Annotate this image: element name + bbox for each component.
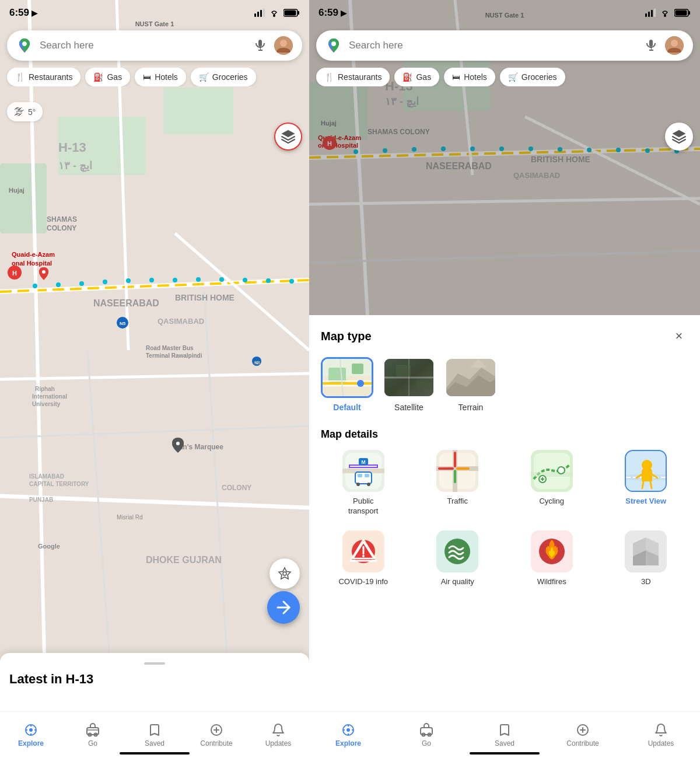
svg-text:Misrial Rd: Misrial Rd <box>117 514 142 521</box>
layers-button-right[interactable] <box>665 123 693 151</box>
svg-text:PUNJAB: PUNJAB <box>29 497 53 503</box>
svg-point-155 <box>367 483 370 486</box>
saved-label: Saved <box>145 739 164 747</box>
svg-text:COLONY: COLONY <box>47 224 76 232</box>
3d-thumb <box>625 530 667 572</box>
nav-contribute-right[interactable]: Contribute <box>544 723 622 747</box>
map-type-default[interactable]: Default <box>321 357 373 412</box>
covid-thumb-svg <box>342 530 384 572</box>
cycling-label: Cycling <box>539 497 564 507</box>
map-type-terrain[interactable]: Terrain <box>444 357 497 412</box>
svg-point-129 <box>671 40 678 47</box>
map-type-default-label: Default <box>333 403 360 412</box>
svg-text:H: H <box>12 270 17 277</box>
svg-text:QASIMABAD: QASIMABAD <box>158 317 204 326</box>
svg-line-178 <box>650 481 652 488</box>
nav-contribute-left[interactable]: Contribute <box>186 723 247 747</box>
svg-point-22 <box>219 277 224 282</box>
detail-wildfires[interactable]: Wildfires <box>509 530 594 587</box>
transport-label: Publictransport <box>348 497 378 516</box>
wifi-icon <box>268 9 280 17</box>
close-button[interactable]: × <box>670 327 688 345</box>
svg-point-138 <box>357 380 364 387</box>
3d-thumb-svg <box>625 530 667 572</box>
restaurants-icon: 🍴 <box>15 72 25 82</box>
svg-rect-153 <box>365 474 369 477</box>
nav-updates-left[interactable]: Updates <box>247 723 309 747</box>
nav-go-left[interactable]: Go <box>62 723 124 747</box>
svg-point-170 <box>558 467 565 474</box>
right-pill-hotels[interactable]: 🛏 Hotels <box>444 68 495 86</box>
pill-hotels[interactable]: 🛏 Hotels <box>135 68 186 86</box>
contribute-icon <box>209 723 223 737</box>
right-google-maps-logo <box>326 37 342 54</box>
detail-streetview[interactable]: Street View <box>604 450 689 516</box>
directions-fab[interactable] <box>267 591 300 624</box>
svg-rect-125 <box>676 11 687 16</box>
streetview-thumb-svg <box>626 451 667 492</box>
detail-traffic[interactable]: Traffic <box>415 450 501 516</box>
category-pills-left: 🍴 Restaurants ⛽ Gas 🛏 Hotels 🛒 Groceries <box>0 68 309 86</box>
streetview-thumb <box>625 450 667 492</box>
microphone-icon-right[interactable] <box>644 39 658 53</box>
pill-groceries[interactable]: 🛒 Groceries <box>191 68 256 86</box>
search-bar-right[interactable]: Search here <box>316 30 693 61</box>
svg-rect-119 <box>645 13 647 17</box>
navigation-fab[interactable] <box>270 558 300 589</box>
svg-point-154 <box>356 483 360 486</box>
right-status-bar: 6:59 ▶ <box>309 0 700 26</box>
nav-go-right[interactable]: Go <box>387 723 466 747</box>
svg-text:NASEERABAD: NASEERABAD <box>93 298 159 308</box>
right-pill-gas[interactable]: ⛽ Gas <box>394 68 439 86</box>
nav-updates-right[interactable]: Updates <box>622 723 700 747</box>
svg-text:Hujaj: Hujaj <box>9 187 24 194</box>
detail-airquality[interactable]: Air quality <box>415 530 501 587</box>
right-groceries-icon: 🛒 <box>508 72 518 82</box>
svg-point-20 <box>173 278 177 282</box>
right-pill-groceries[interactable]: 🛒 Groceries <box>500 68 565 86</box>
updates-label: Updates <box>265 739 292 747</box>
svg-text:N5: N5 <box>120 321 126 326</box>
hotels-icon: 🛏 <box>143 72 151 82</box>
category-pills-right: 🍴 Restaurants ⛽ Gas 🛏 Hotels 🛒 Groceries <box>309 68 700 86</box>
nav-saved-right[interactable]: Saved <box>466 723 544 747</box>
svg-rect-121 <box>651 10 653 17</box>
nav-arrow-icon: ▶ <box>32 9 37 18</box>
svg-point-73 <box>29 728 33 732</box>
go-label: Go <box>88 739 97 747</box>
bottom-nav-left: Explore Go Saved <box>0 711 309 758</box>
user-avatar-left[interactable] <box>274 36 293 55</box>
microphone-icon-left[interactable] <box>253 39 267 53</box>
airquality-label: Air quality <box>441 577 474 587</box>
svg-point-182 <box>362 555 365 557</box>
svg-text:BRITISH HOME: BRITISH HOME <box>175 293 235 302</box>
detail-covid[interactable]: COVID-19 info <box>321 530 406 587</box>
search-bar[interactable]: Search here <box>7 30 302 61</box>
layers-button-left[interactable] <box>274 123 302 151</box>
svg-point-65 <box>273 15 275 17</box>
svg-text:Riphah: Riphah <box>35 386 55 392</box>
svg-point-17 <box>103 280 107 284</box>
right-saved-icon <box>498 723 512 737</box>
right-updates-icon <box>654 723 668 737</box>
nav-saved-left[interactable]: Saved <box>124 723 186 747</box>
svg-point-16 <box>79 281 84 286</box>
sheet-handle <box>144 662 165 665</box>
right-status-time: 6:59 ▶ <box>318 7 346 19</box>
pill-gas[interactable]: ⛽ Gas <box>85 68 130 86</box>
default-thumb-svg <box>323 359 372 396</box>
right-go-label: Go <box>422 739 431 747</box>
user-avatar-right[interactable] <box>665 36 684 55</box>
detail-cycling[interactable]: Cycling <box>509 450 594 516</box>
right-pill-restaurants[interactable]: 🍴 Restaurants <box>316 68 390 86</box>
detail-3d[interactable]: 3D <box>604 530 689 587</box>
nav-explore-right[interactable]: Explore <box>309 723 387 747</box>
map-type-satellite[interactable]: Satellite <box>383 357 435 412</box>
contribute-label: Contribute <box>200 739 232 747</box>
map-type-satellite-label: Satellite <box>394 403 424 412</box>
right-wifi-icon <box>659 9 671 17</box>
pill-restaurants[interactable]: 🍴 Restaurants <box>7 68 80 86</box>
nav-explore-left[interactable]: Explore <box>0 723 62 747</box>
svg-point-19 <box>149 278 154 282</box>
detail-transport[interactable]: M Publictransport <box>321 450 406 516</box>
